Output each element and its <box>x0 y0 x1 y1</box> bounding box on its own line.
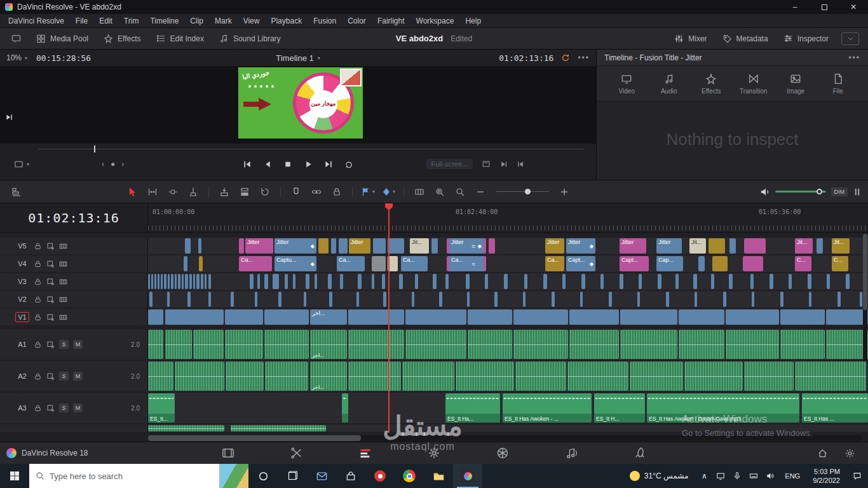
clip[interactable] <box>315 274 317 289</box>
timeline-ruler[interactable]: 01:00:00:0001:02:48:0001:05:36:00 <box>148 203 868 233</box>
clip[interactable] <box>306 274 309 289</box>
playhead[interactable] <box>388 203 390 433</box>
taskbar-red-app-icon[interactable] <box>365 464 395 488</box>
clip[interactable]: Jitter◆ <box>566 238 595 254</box>
track-header-a1[interactable]: A1SM2.0 <box>0 329 148 360</box>
clip[interactable] <box>543 274 547 289</box>
clip[interactable]: Ca...≈ <box>447 256 486 271</box>
track-name-a3[interactable]: A3 <box>15 403 29 412</box>
audio-clip[interactable] <box>264 330 309 359</box>
clip[interactable]: Ca... <box>545 256 564 271</box>
clip[interactable] <box>348 309 404 325</box>
clip[interactable] <box>468 309 512 325</box>
clip[interactable] <box>723 292 726 307</box>
track-header-v3[interactable]: V3 <box>0 273 148 290</box>
track-lane-a1[interactable]: اخر... <box>148 329 868 360</box>
audio-clip[interactable] <box>567 362 628 391</box>
audio-clip[interactable] <box>630 362 683 391</box>
audio-clip[interactable] <box>569 330 619 359</box>
clip[interactable] <box>171 274 173 289</box>
menu-edit[interactable]: Edit <box>93 14 118 27</box>
clip[interactable] <box>695 292 697 307</box>
clip[interactable] <box>415 274 418 289</box>
audio-clip[interactable] <box>826 330 868 359</box>
audio-clip[interactable] <box>402 362 454 391</box>
lock-icon[interactable] <box>34 260 42 268</box>
filmstrip-icon[interactable] <box>59 295 67 304</box>
timeline-view-preset-icon[interactable] <box>409 184 430 200</box>
clip[interactable] <box>328 274 332 289</box>
toolbar-effects-button[interactable]: Effects <box>96 30 148 47</box>
audio-clip[interactable]: اخر... <box>310 330 347 359</box>
go-to-in-icon[interactable] <box>517 160 525 168</box>
clip[interactable] <box>808 274 811 289</box>
clip[interactable] <box>466 274 470 289</box>
vertical-scrollbar-handle[interactable] <box>863 234 867 310</box>
previous-marker-icon[interactable]: ‹ <box>102 159 104 168</box>
trim-edit-tool[interactable] <box>142 184 163 200</box>
clip[interactable] <box>373 238 386 254</box>
audio-clip[interactable]: ES_It Has Awoken - Dream Cave.mp3 <box>647 393 799 423</box>
clip[interactable] <box>358 274 362 289</box>
taskbar-file-explorer-icon[interactable] <box>424 464 453 488</box>
inspector-tab-file[interactable]: File <box>819 73 857 95</box>
lock-icon[interactable] <box>34 278 42 286</box>
toolbar-metadata-button[interactable]: Metadata <box>715 30 776 47</box>
audio-clip[interactable] <box>226 362 264 391</box>
clip[interactable] <box>620 309 677 325</box>
track-name-a2[interactable]: A2 <box>15 372 29 381</box>
clip[interactable] <box>205 274 207 289</box>
menu-timeline[interactable]: Timeline <box>144 14 184 27</box>
clip[interactable] <box>485 274 488 289</box>
clip[interactable] <box>154 274 156 289</box>
clip[interactable] <box>148 309 163 325</box>
clip[interactable] <box>255 292 257 307</box>
track-header-v2[interactable]: V2 <box>0 291 148 308</box>
clip[interactable] <box>184 256 187 271</box>
audio-clip[interactable]: اخر... <box>310 362 347 391</box>
volume-slider[interactable] <box>775 191 826 193</box>
track-header-a3[interactable]: A3SM2.0 <box>0 393 148 423</box>
menu-file[interactable]: File <box>70 14 93 27</box>
clip[interactable] <box>264 309 309 325</box>
clip[interactable] <box>439 292 442 307</box>
menu-fairlight[interactable]: Fairlight <box>372 14 410 27</box>
clip[interactable]: Capt... <box>620 256 649 271</box>
audio-clip[interactable] <box>515 362 566 391</box>
last-frame-button[interactable] <box>324 159 334 169</box>
track-header-v1[interactable]: V1 <box>0 309 148 325</box>
clip[interactable] <box>658 274 661 289</box>
match-frame-icon[interactable] <box>499 160 508 168</box>
taskbar-store-icon[interactable] <box>336 464 365 488</box>
track-header-a2[interactable]: A2SM2.0 <box>0 361 148 391</box>
clip[interactable]: Jitter <box>545 238 564 254</box>
clip[interactable] <box>165 309 224 325</box>
link-clips-icon[interactable] <box>306 184 327 200</box>
clip[interactable] <box>167 292 170 307</box>
search-input[interactable] <box>50 471 242 481</box>
clip[interactable] <box>827 274 830 289</box>
audio-clip[interactable] <box>148 362 173 391</box>
clip[interactable] <box>225 309 263 325</box>
clip[interactable] <box>809 292 811 307</box>
play-button[interactable] <box>304 159 313 169</box>
skip-forward-icon[interactable] <box>5 113 13 121</box>
horizontal-scrollbar[interactable] <box>148 435 862 441</box>
audio-clip[interactable] <box>513 330 568 359</box>
track-header-v4[interactable]: V4 <box>0 255 148 272</box>
page-fusion-button[interactable] <box>427 447 441 459</box>
inspector-tab-audio[interactable]: Audio <box>650 73 688 95</box>
track-lane-v3[interactable] <box>148 273 868 290</box>
clip[interactable] <box>569 309 619 325</box>
clip[interactable]: Jit... <box>689 238 706 254</box>
audio-clip[interactable] <box>456 362 514 391</box>
track-name-v2[interactable]: V2 <box>15 295 29 304</box>
clip[interactable] <box>817 238 823 254</box>
audio-clip[interactable] <box>175 362 224 391</box>
solo-button[interactable]: S <box>59 403 69 412</box>
inspector-tab-image[interactable]: Image <box>776 73 815 95</box>
auto-select-icon[interactable] <box>46 404 55 412</box>
replace-clip-button[interactable] <box>255 184 275 200</box>
overwrite-clip-button[interactable] <box>234 184 255 200</box>
jog-handle[interactable] <box>94 146 95 152</box>
